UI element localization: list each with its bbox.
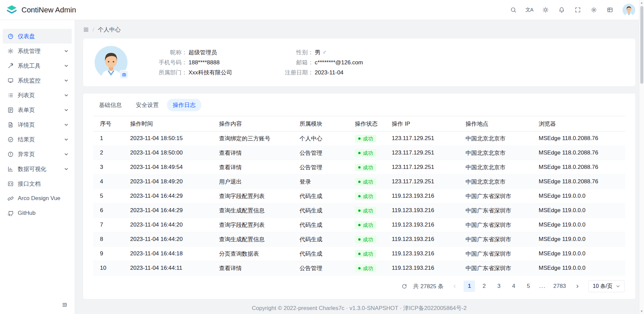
sidebar-item-api-docs[interactable]: 接口文档 bbox=[3, 176, 72, 191]
status-text: 成功 bbox=[363, 208, 373, 213]
footer-copyright: Copyright © 2022-present Charles7c · v1.… bbox=[74, 299, 644, 314]
sidebar-item-arco-design-vue[interactable]: Arco Design Vue bbox=[3, 191, 72, 206]
pagination-ellipsis[interactable]: ... bbox=[537, 283, 547, 290]
sidebar-item-github[interactable]: GitHub bbox=[3, 206, 72, 221]
status-dot-icon bbox=[358, 209, 361, 212]
status-badge: 成功 bbox=[355, 192, 376, 200]
table-row: 1 2023-11-04 18:50:15 查询绑定的三方账号 个人中心 成功 … bbox=[93, 131, 625, 146]
search-icon bbox=[510, 7, 517, 13]
status-text: 成功 bbox=[363, 251, 373, 256]
status-dot-icon bbox=[358, 224, 361, 226]
table-row: 8 2023-11-04 16:44:20 查询生成配置信息 代码生成 成功 1… bbox=[93, 232, 625, 247]
cell-browser: MSEdge 119.0.0.0 bbox=[532, 247, 625, 261]
status-text: 成功 bbox=[363, 223, 373, 228]
cell-location: 中国广东省深圳市 bbox=[459, 261, 532, 275]
cell-index: 3 bbox=[93, 160, 123, 175]
tabs-card: 基础信息 安全设置 操作日志 序号 操作时间 操作内容 所属模块 操作状态 操作… bbox=[83, 93, 635, 299]
page-size-select[interactable]: 10 条/页 bbox=[588, 280, 625, 292]
cell-status: 成功 bbox=[348, 261, 385, 275]
tabs: 基础信息 安全设置 操作日志 bbox=[93, 99, 625, 111]
sidebar-item-exception-pages[interactable]: 异常页 bbox=[3, 147, 72, 162]
cell-browser: MSEdge 118.0.2088.76 bbox=[532, 175, 625, 189]
layout-button[interactable] bbox=[603, 3, 616, 17]
sidebar-item-system-tools[interactable]: 系统工具 bbox=[3, 58, 72, 73]
page-button-5[interactable]: 5 bbox=[523, 280, 534, 292]
email-label: 邮箱： bbox=[276, 58, 313, 67]
scrollbar-thumb[interactable] bbox=[640, 6, 643, 84]
cell-content: 查询生成配置信息 bbox=[212, 203, 293, 218]
prev-page-button[interactable] bbox=[449, 280, 460, 292]
scroll-down-button[interactable]: ▼ bbox=[639, 309, 644, 314]
notifications-button[interactable] bbox=[555, 3, 568, 17]
fullscreen-button[interactable] bbox=[571, 3, 584, 17]
status-dot-icon bbox=[358, 166, 361, 169]
cell-ip: 119.123.193.216 bbox=[385, 247, 459, 261]
cell-status: 成功 bbox=[348, 218, 385, 232]
language-button[interactable]: 文A bbox=[523, 3, 536, 17]
page-button-2[interactable]: 2 bbox=[478, 280, 490, 292]
cell-module: 代码生成 bbox=[293, 218, 348, 232]
cell-location: 中国广东省深圳市 bbox=[459, 203, 532, 218]
status-badge: 成功 bbox=[355, 221, 376, 229]
sidebar-item-system-management[interactable]: 系统管理 bbox=[3, 44, 72, 58]
status-dot-icon bbox=[358, 181, 361, 183]
page-button-1[interactable]: 1 bbox=[464, 280, 475, 292]
sidebar-item-data-visualization[interactable]: 数据可视化 bbox=[3, 162, 72, 176]
sidebar-item-result-pages[interactable]: 结果页 bbox=[3, 132, 72, 147]
refresh-icon bbox=[401, 284, 407, 289]
cell-module: 个人中心 bbox=[293, 131, 348, 146]
col-time: 操作时间 bbox=[123, 116, 212, 131]
status-badge: 成功 bbox=[355, 264, 376, 272]
gender-label: 性别： bbox=[276, 48, 313, 57]
cell-module: 登录 bbox=[293, 175, 348, 189]
logo[interactable]: ContiNew Admin bbox=[6, 5, 76, 15]
cell-location: 中国广东省深圳市 bbox=[459, 232, 532, 247]
email-value: c********@126.com bbox=[315, 58, 363, 67]
status-badge: 成功 bbox=[355, 178, 376, 186]
cell-content: 用户退出 bbox=[212, 175, 293, 189]
chevron-down-icon bbox=[64, 78, 68, 83]
cell-browser: MSEdge 119.0.0.0 bbox=[532, 189, 625, 203]
file-text-icon bbox=[7, 122, 14, 128]
table-row: 3 2023-11-04 18:49:54 查看详情 公告管理 成功 123.1… bbox=[93, 160, 625, 175]
sidebar: 仪表盘 系统管理 系统工具 系统监控 列表页 表单页 bbox=[0, 20, 74, 314]
table-header-row: 序号 操作时间 操作内容 所属模块 操作状态 操作 IP 操作地点 浏览器 bbox=[93, 116, 625, 131]
chevron-down-icon bbox=[64, 93, 68, 98]
tab-security-settings[interactable]: 安全设置 bbox=[130, 99, 164, 111]
theme-button[interactable] bbox=[539, 3, 552, 17]
cell-ip: 123.117.129.251 bbox=[385, 175, 459, 189]
sidebar-item-form-pages[interactable]: 表单页 bbox=[3, 103, 72, 117]
next-page-button[interactable] bbox=[572, 280, 583, 292]
cell-status: 成功 bbox=[348, 232, 385, 247]
scroll-up-button[interactable]: ▲ bbox=[639, 0, 644, 5]
page-button-last[interactable]: 2783 bbox=[551, 280, 568, 292]
user-avatar[interactable] bbox=[623, 4, 635, 16]
cell-index: 6 bbox=[93, 203, 123, 218]
sidebar-item-detail-pages[interactable]: 详情页 bbox=[3, 117, 72, 132]
change-avatar-button[interactable] bbox=[119, 70, 128, 79]
gear-icon bbox=[7, 48, 14, 54]
pagination-total: 共 27825 条 bbox=[413, 282, 444, 290]
refresh-button[interactable] bbox=[399, 281, 410, 292]
search-button[interactable] bbox=[506, 3, 520, 17]
cell-module: 公告管理 bbox=[293, 160, 348, 175]
sidebar-item-system-monitor[interactable]: 系统监控 bbox=[3, 73, 72, 88]
sidebar-item-list-pages[interactable]: 列表页 bbox=[3, 88, 72, 103]
sidebar-item-dashboard[interactable]: 仪表盘 bbox=[3, 29, 72, 44]
collapse-icon bbox=[62, 302, 67, 308]
cell-status: 成功 bbox=[348, 189, 385, 203]
apps-grid-icon[interactable] bbox=[83, 27, 89, 33]
cell-time: 2023-11-04 16:44:29 bbox=[123, 203, 212, 218]
cell-status: 成功 bbox=[348, 247, 385, 261]
collapse-sidebar-button[interactable] bbox=[60, 300, 69, 309]
settings-button[interactable] bbox=[587, 3, 600, 17]
cell-index: 5 bbox=[93, 189, 123, 203]
status-dot-icon bbox=[358, 253, 361, 255]
page-button-3[interactable]: 3 bbox=[493, 280, 504, 292]
scrollbar[interactable]: ▲ ▼ bbox=[639, 0, 644, 314]
cell-time: 2023-11-04 16:44:18 bbox=[123, 247, 212, 261]
status-text: 成功 bbox=[363, 165, 373, 170]
tab-operation-log[interactable]: 操作日志 bbox=[167, 99, 201, 111]
tab-basic-info[interactable]: 基础信息 bbox=[93, 99, 127, 111]
page-button-4[interactable]: 4 bbox=[508, 280, 519, 292]
